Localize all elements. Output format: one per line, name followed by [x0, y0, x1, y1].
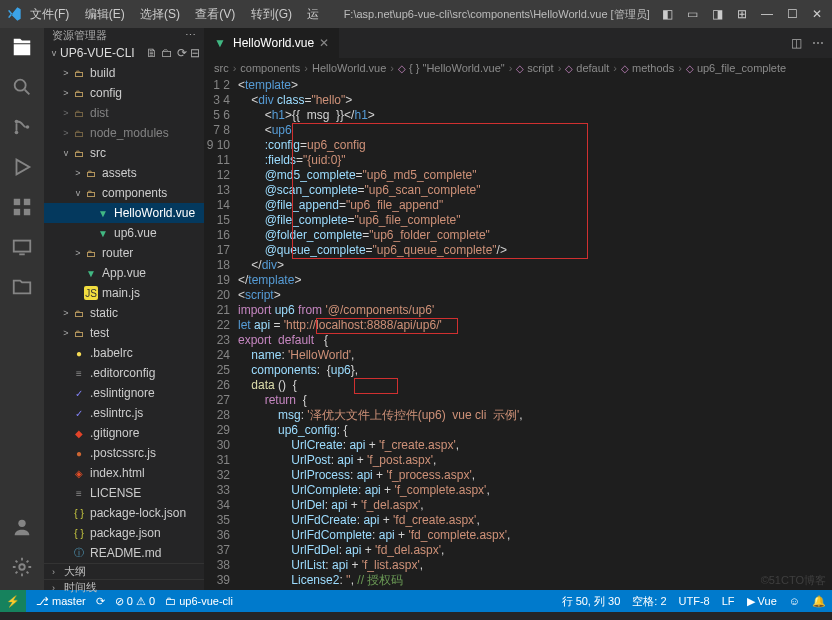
tree-item[interactable]: ◆.gitignore: [44, 423, 204, 443]
vscode-icon: [6, 6, 22, 22]
sidebar-header: 资源管理器 ⋯: [44, 28, 204, 43]
tree-item[interactable]: >🗀static: [44, 303, 204, 323]
menu-run[interactable]: 运: [307, 7, 319, 21]
tree-item[interactable]: ▼App.vue: [44, 263, 204, 283]
tree-item[interactable]: >🗀dist: [44, 103, 204, 123]
watermark: ©51CTO博客: [761, 573, 826, 588]
tree-item[interactable]: { }package.json: [44, 523, 204, 543]
new-file-icon[interactable]: 🗎: [146, 46, 158, 60]
status-lang[interactable]: ▶ Vue: [747, 595, 777, 608]
refresh-icon[interactable]: ⟳: [177, 46, 187, 60]
menu-go[interactable]: 转到(G): [251, 7, 292, 21]
search-icon[interactable]: [11, 76, 33, 98]
folder-icon[interactable]: [11, 276, 33, 298]
menu-bar[interactable]: 文件(F) 编辑(E) 选择(S) 查看(V) 转到(G) 运: [30, 6, 331, 23]
menu-edit[interactable]: 编辑(E): [85, 7, 125, 21]
extensions-icon[interactable]: [11, 196, 33, 218]
window-controls: ◧ ▭ ◨ ⊞ — ☐ ✕: [662, 7, 826, 21]
tree-item[interactable]: ▼up6.vue: [44, 223, 204, 243]
editor-tabs: ▼ HelloWorld.vue ✕ ◫ ⋯: [204, 28, 832, 58]
tree-item[interactable]: >🗀build: [44, 63, 204, 83]
remote-launch[interactable]: ⚡: [0, 590, 26, 612]
scm-icon[interactable]: [11, 116, 33, 138]
tree-item[interactable]: { }package-lock.json: [44, 503, 204, 523]
file-tree: v UP6-VUE-CLI 🗎 🗀 ⟳ ⊟ >🗀build>🗀config>🗀d…: [44, 43, 204, 563]
status-eol[interactable]: LF: [722, 595, 735, 607]
status-project[interactable]: 🗀 up6-vue-cli: [165, 595, 233, 607]
maximize-icon[interactable]: ☐: [787, 7, 798, 21]
activity-bar: [0, 28, 44, 590]
status-sync[interactable]: ⟳: [96, 595, 105, 608]
project-root[interactable]: v UP6-VUE-CLI 🗎 🗀 ⟳ ⊟: [44, 43, 204, 63]
code-area[interactable]: 1 2 3 4 5 6 7 8 9 10 11 12 13 14 15 16 1…: [204, 78, 832, 590]
tree-item[interactable]: ▼HelloWorld.vue: [44, 203, 204, 223]
sidebar-more-icon[interactable]: ⋯: [185, 29, 196, 42]
tree-item[interactable]: ⓘREADME.md: [44, 543, 204, 563]
close-icon[interactable]: ✕: [812, 7, 822, 21]
crumb[interactable]: ◇{ } "HelloWorld.vue": [398, 62, 505, 74]
tree-item[interactable]: v🗀src: [44, 143, 204, 163]
tree-item[interactable]: ≡LICENSE: [44, 483, 204, 503]
svg-point-10: [19, 564, 25, 570]
gear-icon[interactable]: [11, 556, 33, 578]
tree-item[interactable]: >🗀node_modules: [44, 123, 204, 143]
menu-select[interactable]: 选择(S): [140, 7, 180, 21]
window-title: F:\asp.net\up6-vue-cli\src\components\He…: [331, 7, 662, 22]
code-lines[interactable]: <template> <div class="hello"> <h1>{{ ms…: [238, 78, 832, 590]
tree-item[interactable]: >🗀assets: [44, 163, 204, 183]
tree-item[interactable]: >🗀config: [44, 83, 204, 103]
new-folder-icon[interactable]: 🗀: [161, 46, 173, 60]
section-outline[interactable]: ›大纲: [44, 563, 204, 579]
tree-item[interactable]: ≡.editorconfig: [44, 363, 204, 383]
collapse-icon[interactable]: ⊟: [190, 46, 200, 60]
layout-toggle-icon[interactable]: ◧: [662, 7, 673, 21]
breadcrumbs[interactable]: src›components›HelloWorld.vue›◇{ } "Hell…: [204, 58, 832, 78]
remote-icon[interactable]: [11, 236, 33, 258]
tree-item[interactable]: v🗀components: [44, 183, 204, 203]
svg-rect-8: [14, 241, 31, 252]
status-bell-icon[interactable]: 🔔: [812, 595, 826, 608]
menu-file[interactable]: 文件(F): [30, 7, 69, 21]
explorer-icon[interactable]: [11, 36, 33, 58]
tree-item[interactable]: ✓.eslintrc.js: [44, 403, 204, 423]
status-feedback-icon[interactable]: ☺: [789, 595, 800, 607]
crumb[interactable]: HelloWorld.vue: [312, 62, 386, 74]
layout-panel-icon[interactable]: ▭: [687, 7, 698, 21]
svg-point-0: [15, 80, 26, 91]
tree-item[interactable]: ◈index.html: [44, 463, 204, 483]
tree-item[interactable]: JSmain.js: [44, 283, 204, 303]
crumb[interactable]: ◇default: [565, 62, 609, 74]
crumb[interactable]: src: [214, 62, 229, 74]
tree-item[interactable]: ✓.eslintignore: [44, 383, 204, 403]
tab-close-icon[interactable]: ✕: [319, 36, 329, 50]
status-problems[interactable]: ⊘ 0 ⚠ 0: [115, 595, 155, 608]
tree-item[interactable]: ●.postcssrc.js: [44, 443, 204, 463]
tab-label: HelloWorld.vue: [233, 36, 314, 50]
crumb[interactable]: ◇up6_file_complete: [686, 62, 786, 74]
crumb[interactable]: components: [240, 62, 300, 74]
tree-item[interactable]: >🗀router: [44, 243, 204, 263]
layout-custom-icon[interactable]: ⊞: [737, 7, 747, 21]
layout-side-icon[interactable]: ◨: [712, 7, 723, 21]
status-bar: ⚡ ⎇ master ⟳ ⊘ 0 ⚠ 0 🗀 up6-vue-cli 行 50,…: [0, 590, 832, 612]
status-encoding[interactable]: UTF-8: [679, 595, 710, 607]
svg-rect-5: [24, 199, 30, 205]
svg-rect-4: [14, 199, 20, 205]
tree-item[interactable]: ●.babelrc: [44, 343, 204, 363]
status-cursor[interactable]: 行 50, 列 30: [562, 594, 621, 609]
svg-point-2: [15, 131, 19, 135]
menu-view[interactable]: 查看(V): [195, 7, 235, 21]
crumb[interactable]: ◇script: [516, 62, 553, 74]
line-gutter: 1 2 3 4 5 6 7 8 9 10 11 12 13 14 15 16 1…: [204, 78, 238, 590]
status-spaces[interactable]: 空格: 2: [632, 594, 666, 609]
status-branch[interactable]: ⎇ master: [36, 595, 86, 608]
svg-point-3: [26, 125, 30, 129]
tab-helloworld[interactable]: ▼ HelloWorld.vue ✕: [204, 28, 340, 58]
tree-item[interactable]: >🗀test: [44, 323, 204, 343]
account-icon[interactable]: [11, 516, 33, 538]
split-icon[interactable]: ◫: [791, 36, 802, 50]
minimize-icon[interactable]: —: [761, 7, 773, 21]
crumb[interactable]: ◇methods: [621, 62, 674, 74]
debug-icon[interactable]: [11, 156, 33, 178]
more-icon[interactable]: ⋯: [812, 36, 824, 50]
